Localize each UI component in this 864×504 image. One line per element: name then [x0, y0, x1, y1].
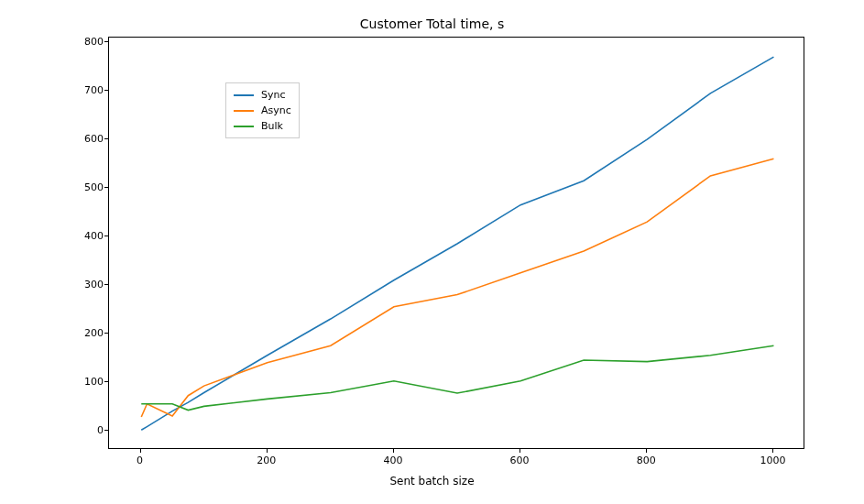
- x-tick-mark: [646, 449, 647, 453]
- x-tick-label: 400: [383, 455, 402, 466]
- legend-entry-sync: Sync: [234, 87, 291, 103]
- chart-title: Customer Total time, s: [0, 16, 864, 31]
- legend-entry-async: Async: [234, 103, 291, 118]
- y-tick-label: 800: [84, 36, 104, 48]
- x-tick-mark: [393, 449, 394, 453]
- line-bulk: [141, 345, 773, 410]
- y-tick-label: 0: [97, 423, 104, 435]
- x-tick-mark: [267, 449, 268, 453]
- legend: SyncAsyncBulk: [225, 82, 300, 138]
- y-tick-mark: [104, 381, 108, 382]
- x-tick-label: 1000: [760, 455, 785, 466]
- legend-entry-bulk: Bulk: [234, 118, 291, 134]
- y-tick-label: 200: [84, 326, 104, 338]
- x-axis-label: Sent batch size: [0, 475, 864, 488]
- x-tick-label: 0: [137, 455, 143, 466]
- y-tick-mark: [104, 236, 108, 236]
- x-tick-label: 200: [257, 455, 276, 466]
- x-tick-label: 600: [510, 455, 530, 466]
- legend-label: Sync: [261, 89, 286, 101]
- legend-line-icon: [234, 94, 254, 96]
- legend-line-icon: [234, 110, 254, 112]
- y-tick-mark: [104, 138, 108, 139]
- y-tick-mark: [104, 187, 108, 188]
- x-tick-mark: [140, 449, 141, 453]
- y-tick-mark: [104, 41, 108, 42]
- y-tick-label: 700: [84, 84, 104, 96]
- y-tick-label: 400: [84, 230, 104, 242]
- line-async: [141, 159, 773, 417]
- y-tick-label: 600: [84, 133, 104, 145]
- chart-lines-svg: [109, 38, 805, 450]
- y-tick-label: 100: [84, 375, 104, 387]
- legend-label: Bulk: [261, 120, 283, 132]
- x-tick-mark: [772, 449, 773, 453]
- chart-container: Customer Total time, s SyncAsyncBulk Sen…: [0, 0, 864, 504]
- y-tick-mark: [104, 90, 108, 91]
- x-tick-label: 800: [637, 455, 656, 466]
- y-tick-mark: [104, 333, 108, 334]
- plot-area: SyncAsyncBulk: [108, 37, 804, 449]
- y-tick-label: 300: [84, 279, 104, 290]
- y-tick-mark: [104, 284, 108, 285]
- y-tick-label: 500: [84, 181, 104, 193]
- x-tick-mark: [519, 449, 520, 453]
- legend-line-icon: [234, 126, 254, 127]
- y-tick-mark: [104, 430, 108, 431]
- legend-label: Async: [261, 104, 291, 116]
